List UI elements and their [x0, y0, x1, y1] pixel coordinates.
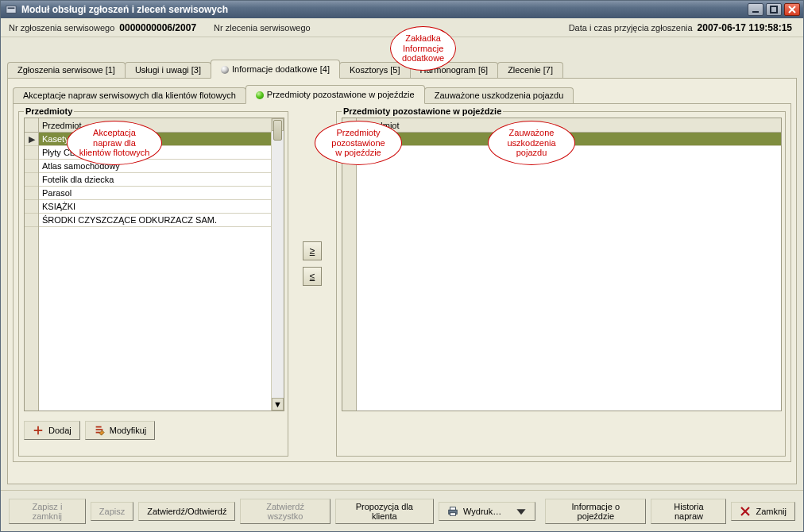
svg-rect-0	[6, 6, 16, 13]
row-indicator: ▶	[25, 133, 38, 146]
sub-tabs: Akceptacje napraw serwisowych dla klient…	[13, 85, 791, 103]
date-label: Data i czas przyjęcia zgłoszenia	[569, 23, 693, 33]
items-column-header[interactable]: Przedmiot	[39, 118, 271, 133]
confirm-button[interactable]: Zatwierdź/Odtwierdź	[138, 502, 235, 521]
left-column: Przedmioty ▶ Przedmiot	[18, 106, 288, 457]
nr-zgl-value: 0000000006/2007	[119, 22, 196, 33]
tab-informacje[interactable]: Informacje dodatkowe [4]	[211, 60, 340, 79]
tab-zgloszenia[interactable]: Zgłoszenia serwisowe [1]	[7, 62, 126, 78]
nr-zgl-label: Nr zgłoszenia serwisowego	[9, 23, 114, 33]
dropdown-icon[interactable]	[516, 506, 527, 517]
svg-rect-3	[771, 6, 777, 13]
tab-uslugi[interactable]: Usługi i uwagi [3]	[125, 62, 211, 78]
items-grid[interactable]: ▶ Przedmiot Kasety Płyty CD Atlas samoch…	[24, 118, 284, 411]
row-gutter: ▶	[25, 118, 39, 411]
close-button[interactable]	[784, 3, 800, 16]
window-title: Moduł obsługi zgłoszeń i zleceń serwisow…	[21, 4, 228, 15]
save-close-button: Zapisz i zamknij	[9, 499, 86, 524]
svg-rect-6	[450, 512, 455, 515]
tab-harmonogram[interactable]: Harmonogram [6]	[410, 62, 499, 78]
print-icon	[447, 506, 458, 517]
app-window: Moduł obsługi zgłoszeń i zleceń serwisow…	[0, 0, 804, 532]
print-button[interactable]: Wydruk…	[439, 502, 535, 521]
header-info: Nr zgłoszenia serwisowego 0000000006/200…	[1, 18, 803, 37]
items-left-grid[interactable]: ▶ Przedmiot	[342, 118, 782, 411]
svg-rect-1	[8, 7, 15, 9]
transfer-column: ≥ ≤	[295, 106, 330, 457]
plus-icon	[33, 425, 44, 436]
close-icon	[740, 506, 751, 517]
list-item[interactable]: KSIĄŻKI	[39, 200, 271, 214]
proposal-button[interactable]: Propozycja dla klienta	[335, 499, 434, 524]
close-dialog-button[interactable]: Zamknij	[731, 502, 795, 521]
right-legend: Przedmioty pozostawione w pojeździe	[342, 106, 503, 116]
svg-rect-5	[450, 507, 455, 510]
main-tabs: Zgłoszenia serwisowe [1] Usługi i uwagi …	[7, 60, 797, 78]
content: Zakładka Informacje dodatkowe Zgłoszenia…	[1, 37, 803, 490]
subtab-uszkodzenia[interactable]: Zauważone uszkodzenia pojazdu	[424, 87, 574, 103]
add-button[interactable]: Dodaj	[24, 421, 80, 440]
date-value: 2007-06-17 119:58:15	[698, 22, 792, 33]
left-legend: Przedmioty	[24, 106, 74, 116]
action-bar: Zapisz i zamknij Zapisz Zatwierdź/Odtwie…	[1, 490, 803, 531]
list-item[interactable]: Parasol	[39, 187, 271, 200]
scroll-down-icon[interactable]: ▼	[272, 398, 284, 411]
list-item[interactable]: Kasety	[39, 133, 271, 146]
subtab-przedmioty[interactable]: Przedmioty pozostawione w pojeździe	[245, 85, 425, 104]
move-left-button[interactable]: ≤	[303, 267, 322, 286]
tab-zlecenie[interactable]: Zlecenie [7]	[497, 62, 563, 78]
edit-icon	[94, 425, 105, 436]
minimize-button[interactable]	[748, 3, 763, 16]
list-item[interactable]: Atlas samochodowy	[39, 160, 271, 173]
list-item[interactable]: ŚRODKI CZYSZCZĄCE ODKURZACZ SAM.	[39, 214, 271, 227]
confirm-all-button: Zatwierdź wszystko	[240, 499, 330, 524]
save-button: Zapisz	[91, 502, 133, 521]
move-right-button[interactable]: ≥	[303, 241, 322, 260]
row-indicator: ▶	[342, 133, 356, 146]
right-column-header[interactable]: Przedmiot	[357, 118, 781, 133]
right-column: Przedmioty pozostawione w pojeździe ▶ Pr…	[336, 106, 786, 457]
row-gutter: ▶	[342, 118, 357, 411]
nr-zlec-label: Nr zlecenia serwisowego	[214, 23, 311, 33]
scroll-thumb[interactable]	[273, 120, 282, 141]
app-icon	[6, 4, 17, 15]
vehicle-info-button[interactable]: Informacje o pojeździe	[545, 499, 646, 524]
svg-rect-2	[752, 11, 759, 13]
subtab-akceptacje[interactable]: Akceptacje napraw serwisowych dla klient…	[13, 87, 246, 103]
repair-history-button[interactable]: Historia napraw	[651, 499, 726, 524]
main-tab-panel: Akceptacje napraw serwisowych dla klient…	[7, 78, 797, 484]
tab-kosztorys[interactable]: Kosztorys [5]	[339, 62, 411, 78]
maximize-button[interactable]	[766, 3, 782, 16]
list-item[interactable]	[357, 133, 781, 146]
modify-button[interactable]: Modyfikuj	[85, 421, 155, 440]
sub-tab-panel: Przedmioty ▶ Przedmiot	[13, 103, 791, 462]
titlebar: Moduł obsługi zgłoszeń i zleceń serwisow…	[1, 1, 803, 18]
scrollbar[interactable]: ▲ ▼	[271, 118, 284, 411]
list-item[interactable]: Fotelik dla dziecka	[39, 173, 271, 187]
list-item[interactable]: Płyty CD	[39, 146, 271, 160]
